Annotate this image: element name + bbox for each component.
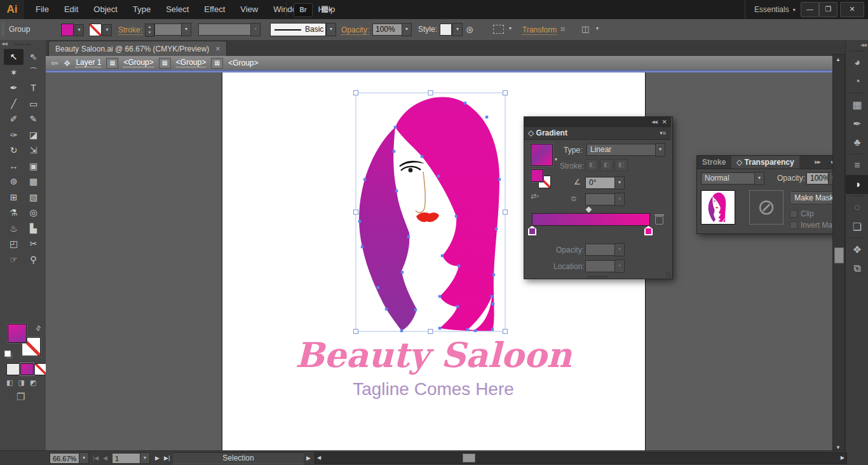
fill-dropdown-arrow[interactable]: ▾ — [74, 24, 84, 36]
vertical-scrollbar[interactable]: ▲ ▼ — [832, 54, 845, 453]
bounding-box-handle[interactable] — [503, 330, 508, 334]
gradient-midpoint-diamond[interactable] — [586, 207, 592, 213]
eraser-tool[interactable]: ◪ — [24, 127, 43, 143]
swatches-icon[interactable]: ▦ — [846, 95, 868, 114]
gradient-preview-swatch[interactable] — [531, 144, 553, 166]
symbols-icon[interactable]: ♣ — [846, 133, 868, 152]
transform-link[interactable]: Transform — [522, 25, 557, 35]
anchor-point[interactable] — [358, 220, 361, 223]
tools-gripper[interactable] — [15, 44, 31, 45]
anchor-point[interactable] — [437, 175, 440, 177]
mini-fill-swatch[interactable] — [531, 169, 543, 182]
symbol-sprayer-tool[interactable]: ♨ — [4, 221, 24, 237]
anchor-point[interactable] — [495, 228, 498, 230]
width-profile-combo[interactable] — [198, 24, 255, 36]
artboards-icon[interactable]: ⧉ — [846, 259, 868, 278]
menu-type[interactable]: Type — [125, 0, 158, 19]
anchor-point[interactable] — [363, 178, 366, 181]
anchor-point[interactable] — [421, 155, 423, 158]
appearance-icon[interactable]: ◌ — [846, 198, 868, 217]
color-mode-button[interactable] — [6, 363, 20, 375]
fill-color-swatch[interactable] — [61, 24, 74, 36]
anchor-point[interactable] — [407, 235, 410, 238]
hand-tool[interactable]: ☞ — [4, 252, 24, 268]
dock-gripper[interactable] — [850, 195, 864, 197]
mesh-tool[interactable]: ⊞ — [4, 190, 24, 205]
bounding-box-handle[interactable] — [503, 91, 508, 95]
color-panel-icon[interactable]: ◕ — [846, 53, 868, 72]
stroke-weight-stepper[interactable]: ▲▼ — [145, 24, 154, 37]
pen-tool[interactable]: ✒ — [4, 80, 24, 96]
collapse-panel-icon[interactable]: ◀◀ — [1, 41, 7, 46]
expand-dock-icon[interactable]: ◀◀ — [846, 40, 868, 49]
blend-mode-combo[interactable]: Normal — [701, 172, 761, 184]
dock-gripper[interactable] — [850, 237, 864, 239]
status-display[interactable]: Selection — [173, 452, 304, 464]
tab-close-icon[interactable]: × — [215, 45, 220, 53]
anchor-point[interactable] — [464, 102, 466, 104]
select-similar-icon[interactable] — [493, 25, 504, 34]
anchor-point[interactable] — [456, 305, 459, 308]
rectangle-tool[interactable]: ▭ — [24, 96, 43, 112]
recolor-artwork-icon[interactable]: ⊛ — [466, 24, 474, 36]
selection-tool[interactable]: ↖ — [4, 49, 24, 65]
blend-tool[interactable]: ◎ — [24, 205, 43, 221]
prev-artboard-icon[interactable]: ◀ — [103, 455, 107, 461]
menu-edit[interactable]: Edit — [57, 0, 86, 19]
menu-select[interactable]: Select — [158, 0, 196, 19]
crumb-1[interactable]: <Group> — [123, 59, 153, 67]
blob-brush-tool[interactable]: ✑ — [4, 127, 24, 143]
status-menu-arrow[interactable]: ▶ — [306, 455, 311, 461]
blend-mode-dropdown[interactable]: ▾ — [754, 172, 764, 185]
hair-illustration[interactable] — [359, 97, 499, 331]
canvas[interactable]: Beauty Saloon Tagline Comes Here — [46, 73, 832, 450]
logo-artwork[interactable] — [343, 83, 521, 337]
lasso-tool[interactable]: ⌒ — [24, 65, 43, 81]
stop-location-dropdown[interactable]: ▾ — [614, 260, 625, 273]
anchor-point[interactable] — [438, 327, 441, 330]
anchor-point[interactable] — [458, 265, 460, 267]
stroke-panel-icon[interactable]: ≡ — [846, 156, 868, 175]
gradient-type-dropdown[interactable]: ▾ — [655, 143, 665, 156]
back-arrow-icon[interactable]: ⇦ — [51, 58, 58, 68]
anchor-point[interactable] — [394, 126, 397, 128]
anchor-point[interactable] — [466, 328, 469, 331]
menu-view[interactable]: View — [233, 0, 266, 19]
width-profile-dropdown[interactable]: ▾ — [250, 23, 261, 36]
rotate-tool[interactable]: ↻ — [4, 142, 24, 158]
anchor-point[interactable] — [414, 309, 417, 311]
delete-stop-trash-icon[interactable] — [655, 216, 663, 225]
gradient-tab[interactable]: ◇ Gradient — [528, 128, 567, 137]
anchor-point[interactable] — [393, 150, 395, 153]
anchor-point[interactable] — [401, 271, 403, 274]
bounding-box-handle[interactable] — [354, 91, 358, 95]
stroke-weight-value[interactable] — [154, 24, 185, 36]
stroke-dropdown-arrow[interactable]: ▾ — [102, 24, 112, 36]
style-swatch[interactable] — [440, 24, 452, 36]
stroke-color-swatch[interactable] — [89, 24, 102, 36]
reverse-gradient-icon[interactable]: ⇄▫ — [531, 192, 539, 200]
color-guide-icon[interactable]: ◔ — [846, 72, 868, 91]
crumb-3[interactable]: <Group> — [228, 59, 258, 67]
stroke-weight-dropdown[interactable]: ▾ — [181, 23, 191, 36]
artboard-dropdown[interactable]: ▾ — [140, 452, 150, 464]
bounding-box-handle[interactable] — [428, 330, 433, 334]
gradient-tool[interactable]: ▧ — [24, 190, 43, 205]
dock-gripper[interactable] — [850, 153, 864, 155]
direct-selection-tool[interactable]: ⇖ — [24, 49, 43, 65]
minimize-button[interactable]: — — [801, 2, 819, 17]
panel-menu-icon[interactable]: ▾≡ — [660, 130, 666, 136]
stop-opacity-dropdown[interactable]: ▾ — [614, 243, 625, 256]
stroke-weight-link[interactable]: Stroke: — [118, 25, 142, 35]
paintbrush-tool[interactable]: ✐ — [4, 111, 24, 127]
anchor-point[interactable] — [485, 116, 488, 118]
anchor-point[interactable] — [385, 308, 388, 310]
next-artboard-icon[interactable]: ▶ — [155, 455, 159, 461]
anchor-point[interactable] — [455, 215, 458, 218]
menu-object[interactable]: Object — [86, 0, 125, 19]
scroll-up-arrow[interactable]: ▲ — [833, 57, 843, 62]
brush-definition-dropdown[interactable]: ▾ — [326, 23, 336, 36]
horizontal-scroll-thumb[interactable] — [463, 454, 475, 462]
layers-icon[interactable]: ❖ — [846, 240, 868, 259]
last-artboard-icon[interactable]: ▶| — [164, 455, 170, 461]
